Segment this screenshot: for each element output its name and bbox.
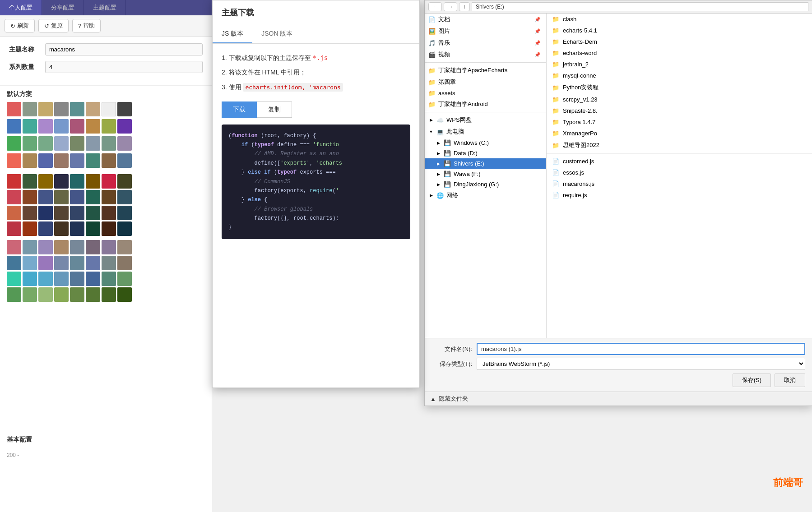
swatch[interactable] — [54, 240, 69, 254]
swatch[interactable] — [70, 272, 84, 286]
tree-item-images[interactable]: 🖼️ 图片 📌 — [425, 25, 546, 37]
file-item-mindmap[interactable]: 📁 思维导图2022 — [547, 139, 812, 152]
swatch[interactable] — [102, 102, 116, 116]
tree-item-assets[interactable]: 📁 assets — [425, 88, 546, 98]
swatch[interactable] — [23, 190, 37, 204]
swatch[interactable] — [7, 256, 21, 270]
tab-js[interactable]: JS 版本 — [213, 25, 252, 43]
nav-tab-share[interactable]: 分享配置 — [42, 0, 84, 15]
swatch[interactable] — [54, 256, 69, 270]
swatch[interactable] — [70, 206, 84, 220]
swatch[interactable] — [70, 287, 84, 302]
swatch[interactable] — [7, 119, 21, 134]
tab-json[interactable]: JSON 版本 — [252, 25, 302, 43]
explorer-up-button[interactable]: ↑ — [459, 2, 470, 11]
swatch[interactable] — [102, 240, 116, 254]
help-button[interactable]: ? 帮助 — [72, 19, 101, 32]
file-item-python[interactable]: 📁 Python安装程 — [547, 81, 812, 94]
file-item-scrcpy[interactable]: 📁 scrcpy_v1.23 — [547, 94, 812, 105]
swatch[interactable] — [102, 206, 116, 220]
swatch[interactable] — [102, 174, 116, 189]
swatch[interactable] — [86, 221, 100, 236]
swatch[interactable] — [54, 136, 69, 151]
address-bar[interactable]: Shivers (E:) — [472, 2, 808, 11]
swatch[interactable] — [70, 240, 84, 254]
explorer-back-button[interactable]: ← — [428, 2, 442, 11]
tree-item-shivers-e[interactable]: ▶ 💾 Shivers (E:) — [425, 158, 546, 169]
swatch[interactable] — [86, 174, 100, 189]
swatch[interactable] — [86, 240, 100, 254]
swatch[interactable] — [23, 206, 37, 220]
swatch[interactable] — [70, 119, 84, 134]
swatch[interactable] — [86, 119, 100, 134]
swatch[interactable] — [38, 272, 53, 286]
swatch[interactable] — [7, 136, 21, 151]
swatch[interactable] — [23, 240, 37, 254]
swatch[interactable] — [86, 102, 100, 116]
file-item-clash[interactable]: 📁 clash — [547, 14, 812, 25]
copy-button[interactable]: 复制 — [257, 101, 292, 118]
swatch[interactable] — [38, 287, 53, 302]
swatch[interactable] — [102, 287, 116, 302]
swatch[interactable] — [38, 240, 53, 254]
swatch[interactable] — [38, 221, 53, 236]
tree-item-music[interactable]: 🎵 音乐 📌 — [425, 37, 546, 49]
swatch[interactable] — [7, 206, 21, 220]
file-item-require[interactable]: 📄 require.js — [547, 189, 812, 201]
swatch[interactable] — [23, 221, 37, 236]
file-item-mysql[interactable]: 📁 mysql-conne — [547, 70, 812, 81]
swatch[interactable] — [86, 287, 100, 302]
nav-tab-personal[interactable]: 个人配置 — [0, 0, 42, 15]
swatch[interactable] — [117, 206, 132, 220]
swatch[interactable] — [117, 221, 132, 236]
swatch[interactable] — [7, 221, 21, 236]
swatch[interactable] — [38, 136, 53, 151]
swatch[interactable] — [7, 240, 21, 254]
swatch[interactable] — [117, 256, 132, 270]
swatch[interactable] — [117, 240, 132, 254]
swatch[interactable] — [86, 272, 100, 286]
swatch[interactable] — [117, 136, 132, 151]
swatch[interactable] — [102, 153, 116, 168]
swatch[interactable] — [102, 190, 116, 204]
swatch[interactable] — [54, 221, 69, 236]
swatch[interactable] — [23, 136, 37, 151]
swatch[interactable] — [54, 119, 69, 134]
swatch[interactable] — [102, 136, 116, 151]
swatch[interactable] — [23, 102, 37, 116]
swatch[interactable] — [38, 190, 53, 204]
explorer-forward-button[interactable]: → — [444, 2, 457, 11]
filename-input[interactable] — [477, 343, 805, 355]
series-count-input[interactable] — [45, 61, 203, 73]
swatch[interactable] — [102, 119, 116, 134]
swatch[interactable] — [7, 272, 21, 286]
swatch[interactable] — [54, 102, 69, 116]
nav-tab-theme[interactable]: 主题配置 — [84, 0, 126, 15]
restore-button[interactable]: ↺ 复原 — [38, 19, 69, 32]
swatch[interactable] — [70, 102, 84, 116]
swatch[interactable] — [54, 153, 69, 168]
swatch[interactable] — [7, 190, 21, 204]
tree-item-chapter4[interactable]: 📁 第四章 — [425, 76, 546, 88]
swatch[interactable] — [23, 272, 37, 286]
swatch[interactable] — [38, 174, 53, 189]
swatch[interactable] — [86, 136, 100, 151]
file-item-essos[interactable]: 📄 essos.js — [547, 167, 812, 178]
swatch[interactable] — [54, 272, 69, 286]
swatch[interactable] — [54, 206, 69, 220]
file-item-echarts-word[interactable]: 📁 echarts-word — [547, 47, 812, 59]
filetype-select[interactable]: JetBrains WebStorm (*.js) — [477, 358, 805, 370]
file-item-echarts-dem[interactable]: 📁 Echarts-Dem — [547, 36, 812, 47]
swatch[interactable] — [23, 287, 37, 302]
swatch[interactable] — [86, 206, 100, 220]
swatch[interactable] — [70, 136, 84, 151]
swatch[interactable] — [38, 102, 53, 116]
swatch[interactable] — [86, 190, 100, 204]
swatch[interactable] — [117, 287, 132, 302]
swatch[interactable] — [86, 256, 100, 270]
file-item-echarts541[interactable]: 📁 echarts-5.4.1 — [547, 25, 812, 36]
swatch[interactable] — [70, 174, 84, 189]
tree-item-this-pc[interactable]: ▼ 💻 此电脑 — [425, 126, 546, 138]
cancel-button[interactable]: 取消 — [775, 374, 805, 387]
refresh-button[interactable]: ↻ 刷新 — [5, 19, 35, 32]
